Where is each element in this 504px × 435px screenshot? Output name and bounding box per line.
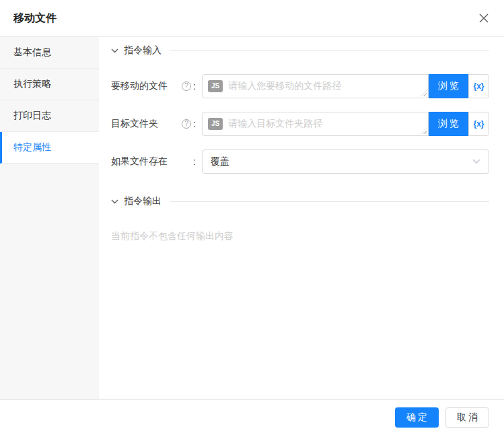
section-title: 指令输出 (124, 195, 161, 207)
resize-grip[interactable] (421, 90, 427, 96)
browse-button[interactable]: 浏览 (429, 74, 468, 98)
label-suffix: ? : (182, 81, 196, 92)
dialog-header: 移动文件 (0, 0, 504, 37)
field-label-text: 如果文件存在 (111, 156, 168, 168)
form-row-target-folder: 目标文件夹 ? : JS 请输入目标文件夹路径 浏览 {x} (111, 112, 489, 136)
input-placeholder: 请输入您要移动的文件路径 (228, 80, 341, 92)
form-row-file-to-move: 要移动的文件 ? : JS 请输入您要移动的文件路径 浏览 {x} (111, 74, 489, 98)
js-mode-badge[interactable]: JS (208, 80, 223, 92)
chevron-down-icon (111, 199, 118, 204)
section-divider (170, 51, 489, 51)
field: 覆盖 (202, 149, 489, 174)
section-title: 指令输入 (124, 44, 161, 57)
label-colon: : (193, 156, 196, 167)
target-folder-input[interactable]: JS 请输入目标文件夹路径 (202, 112, 429, 136)
browse-button[interactable]: 浏览 (429, 112, 468, 136)
sidebar-item-print-log[interactable]: 打印日志 (0, 100, 99, 132)
section-divider (170, 201, 489, 202)
field-label-text: 要移动的文件 (111, 80, 168, 92)
label-colon: : (193, 81, 196, 92)
select-value: 覆盖 (211, 156, 229, 168)
help-icon[interactable]: ? (182, 119, 191, 129)
field-label: 要移动的文件 ? : (111, 74, 202, 98)
form-row-if-file-exists: 如果文件存在 : 覆盖 (111, 149, 489, 174)
sidebar-item-label: 执行策略 (13, 78, 51, 90)
input-placeholder: 请输入目标文件夹路径 (228, 118, 322, 130)
sidebar-item-label: 特定属性 (13, 141, 51, 154)
sidebar-item-label: 打印日志 (13, 110, 51, 122)
main-content: 指令输入 要移动的文件 ? : JS 请输入您要移动的文件路径 浏览 {x} (99, 37, 504, 399)
cancel-button[interactable]: 取消 (445, 407, 489, 428)
js-mode-badge[interactable]: JS (208, 118, 223, 130)
resize-grip[interactable] (421, 128, 427, 134)
field: JS 请输入您要移动的文件路径 浏览 {x} (202, 74, 489, 98)
chevron-down-icon (472, 159, 480, 164)
sidebar-item-label: 基本信息 (13, 46, 51, 59)
sidebar: 基本信息 执行策略 打印日志 特定属性 (0, 37, 99, 399)
ok-button[interactable]: 确定 (395, 407, 439, 428)
dialog-body: 基本信息 执行策略 打印日志 特定属性 指令输入 要移动的文件 ? (0, 37, 504, 399)
field-label-text: 目标文件夹 (111, 118, 158, 130)
file-to-move-input[interactable]: JS 请输入您要移动的文件路径 (202, 74, 429, 98)
label-suffix: ? : (182, 119, 196, 129)
sidebar-item-basic-info[interactable]: 基本信息 (0, 37, 99, 69)
dialog-title: 移动文件 (13, 11, 57, 26)
close-icon (479, 13, 489, 23)
if-file-exists-select[interactable]: 覆盖 (202, 149, 489, 174)
help-icon[interactable]: ? (182, 81, 191, 91)
sidebar-item-execution-policy[interactable]: 执行策略 (0, 69, 99, 100)
sidebar-item-specific-attributes[interactable]: 特定属性 (0, 132, 99, 164)
label-suffix: : (193, 156, 196, 167)
dialog-footer: 确定 取消 (0, 399, 504, 435)
field: JS 请输入目标文件夹路径 浏览 {x} (202, 112, 489, 136)
section-header-command-output[interactable]: 指令输出 (111, 194, 489, 209)
label-colon: : (193, 119, 196, 129)
close-button[interactable] (476, 10, 492, 26)
field-label: 目标文件夹 ? : (111, 112, 202, 136)
expression-button[interactable]: {x} (468, 74, 489, 98)
output-empty-text: 当前指令不包含任何输出内容 (111, 230, 489, 242)
field-label: 如果文件存在 : (111, 149, 202, 174)
chevron-down-icon (111, 48, 118, 53)
section-header-command-input[interactable]: 指令输入 (111, 43, 489, 58)
expression-button[interactable]: {x} (468, 112, 489, 136)
